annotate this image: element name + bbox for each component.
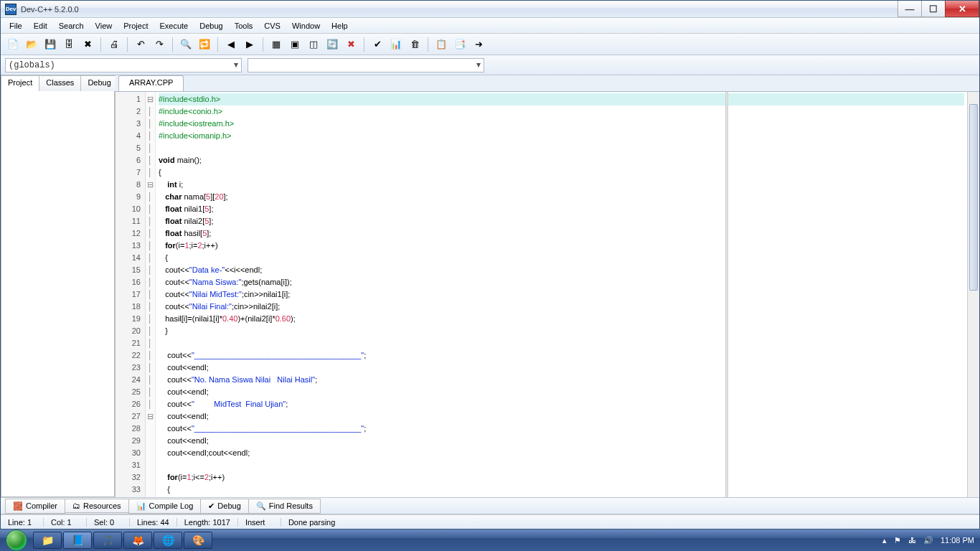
fold-marker[interactable]: │ bbox=[146, 325, 155, 337]
menu-window[interactable]: Window bbox=[286, 19, 326, 32]
code-line[interactable]: cout<<"Nilai Final:";cin>>nilai2[i]; bbox=[159, 301, 964, 313]
code-line[interactable]: for(i=1;i=2;i++) bbox=[159, 240, 964, 252]
code-line[interactable]: cout<<"No. Nama Siswa Nilai Nilai Hasil"… bbox=[159, 374, 964, 386]
save-all-icon[interactable]: 🗄 bbox=[61, 37, 77, 52]
code-line[interactable] bbox=[159, 459, 964, 471]
menu-help[interactable]: Help bbox=[326, 19, 354, 32]
code-line[interactable]: #include<stdio.h> bbox=[159, 93, 964, 105]
title-bar[interactable]: Dev Dev-C++ 5.2.0.0 — ☐ ✕ bbox=[1, 1, 979, 18]
code-line[interactable]: float hasil[5]; bbox=[159, 227, 964, 240]
fold-marker[interactable]: │ bbox=[146, 203, 155, 215]
code-line[interactable]: #include<iomanip.h> bbox=[159, 130, 964, 142]
fold-marker[interactable]: │ bbox=[146, 386, 155, 398]
fold-marker[interactable]: │ bbox=[146, 154, 155, 166]
code-line[interactable]: #include<conio.h> bbox=[159, 105, 964, 118]
bottom-tab-compiler[interactable]: 🧱Compiler bbox=[5, 499, 65, 514]
code-line[interactable]: float nilai2[5]; bbox=[159, 215, 964, 227]
fold-marker[interactable]: │ bbox=[146, 313, 155, 325]
code-line[interactable]: cout<<" MidTest Final Ujian"; bbox=[159, 398, 964, 410]
task-devcpp[interactable]: 📘 bbox=[63, 532, 92, 549]
redo-icon[interactable]: ↷ bbox=[151, 37, 167, 52]
fold-marker[interactable]: │ bbox=[146, 398, 155, 410]
fold-marker[interactable]: │ bbox=[146, 227, 155, 240]
code-line[interactable]: int i; bbox=[159, 179, 964, 191]
bottom-tab-compile-log[interactable]: 📊Compile Log bbox=[128, 499, 202, 514]
undo-icon[interactable]: ↶ bbox=[133, 37, 149, 52]
code-line[interactable]: { bbox=[159, 484, 964, 496]
code-line[interactable]: cout<<"_________________________________… bbox=[159, 349, 964, 362]
menu-project[interactable]: Project bbox=[118, 19, 154, 32]
close-file-icon[interactable]: ✖ bbox=[80, 37, 95, 52]
fold-marker[interactable]: ⊟ bbox=[146, 93, 155, 105]
bottom-tab-find-results[interactable]: 🔍Find Results bbox=[248, 499, 321, 514]
code-line[interactable]: #include<iostream.h> bbox=[159, 118, 964, 130]
fold-marker[interactable]: │ bbox=[146, 374, 155, 386]
maximize-button[interactable]: ☐ bbox=[921, 1, 946, 17]
system-tray[interactable]: ▴ ⚑ 🖧 🔊 11:08 PM bbox=[882, 536, 980, 545]
tray-clock[interactable]: 11:08 PM bbox=[941, 536, 974, 545]
bottom-tab-debug[interactable]: ✔Debug bbox=[200, 499, 248, 514]
fold-marker[interactable]: │ bbox=[146, 105, 155, 118]
new-file-icon[interactable]: 📄 bbox=[5, 37, 21, 52]
code-line[interactable]: float nilai1[5]; bbox=[159, 203, 964, 215]
code-line[interactable]: cout<<endl;cout<<endl; bbox=[159, 447, 964, 459]
member-combo[interactable] bbox=[248, 58, 484, 72]
start-button[interactable] bbox=[0, 529, 32, 551]
fold-marker[interactable]: │ bbox=[146, 362, 155, 374]
task-firefox[interactable]: 🦊 bbox=[123, 532, 152, 549]
open-file-icon[interactable]: 📂 bbox=[24, 37, 39, 52]
left-tab-project[interactable]: Project bbox=[1, 75, 39, 91]
task-chrome[interactable]: 🌐 bbox=[154, 532, 182, 549]
code-line[interactable]: hasil[i]=(nilai1[i]*0.40)+(nilai2[i]*0.6… bbox=[159, 313, 964, 325]
fold-marker[interactable]: │ bbox=[146, 142, 155, 154]
code-line[interactable] bbox=[159, 337, 964, 349]
left-tab-classes[interactable]: Classes bbox=[39, 75, 81, 91]
code-line[interactable]: void main(); bbox=[159, 154, 964, 166]
compile-icon[interactable]: ▦ bbox=[268, 37, 284, 52]
menu-search[interactable]: Search bbox=[53, 19, 90, 32]
task-explorer[interactable]: 📁 bbox=[33, 532, 62, 549]
project-tree[interactable] bbox=[1, 91, 115, 497]
tray-flag-icon[interactable]: ⚑ bbox=[894, 536, 901, 545]
code-line[interactable]: cout<<"Nama Siswa:";gets(nama[i]); bbox=[159, 276, 964, 288]
fold-column[interactable]: ⊟││││││⊟││││││││││││││││││⊟ bbox=[146, 92, 156, 497]
profile-icon[interactable]: 📊 bbox=[388, 37, 404, 52]
tray-arrow-icon[interactable]: ▴ bbox=[882, 536, 887, 545]
fold-marker[interactable]: │ bbox=[146, 118, 155, 130]
find-icon[interactable]: 🔍 bbox=[178, 37, 194, 52]
fold-marker[interactable]: │ bbox=[146, 337, 155, 349]
fold-marker[interactable]: │ bbox=[146, 288, 155, 301]
save-icon[interactable]: 💾 bbox=[42, 37, 58, 52]
code-line[interactable]: cout<<endl; bbox=[159, 410, 964, 423]
code-line[interactable]: char nama[5][20]; bbox=[159, 191, 964, 203]
rebuild-icon[interactable]: 🔄 bbox=[324, 37, 340, 52]
taskbar[interactable]: 📁 📘 🎵 🦊 🌐 🎨 ▴ ⚑ 🖧 🔊 11:08 PM bbox=[0, 529, 980, 551]
new-class-icon[interactable]: 📋 bbox=[433, 37, 449, 52]
task-paint[interactable]: 🎨 bbox=[184, 532, 212, 549]
menu-cvs[interactable]: CVS bbox=[258, 19, 286, 32]
code-line[interactable]: { bbox=[159, 252, 964, 264]
menu-execute[interactable]: Execute bbox=[154, 19, 194, 32]
code-line[interactable]: for(i=1;i<=2;i++) bbox=[159, 471, 964, 484]
open-header-icon[interactable]: 📑 bbox=[452, 37, 468, 52]
menu-debug[interactable]: Debug bbox=[194, 19, 228, 32]
bottom-tab-resources[interactable]: 🗂Resources bbox=[65, 499, 129, 513]
menu-file[interactable]: File bbox=[4, 19, 28, 32]
vertical-scrollbar[interactable] bbox=[967, 92, 979, 497]
fold-marker[interactable]: │ bbox=[146, 240, 155, 252]
close-button[interactable]: ✕ bbox=[945, 1, 979, 17]
fold-marker[interactable]: │ bbox=[146, 191, 155, 203]
replace-icon[interactable]: 🔁 bbox=[197, 37, 212, 52]
print-icon[interactable]: 🖨 bbox=[106, 37, 122, 52]
fold-marker[interactable]: │ bbox=[146, 301, 155, 313]
menu-tools[interactable]: Tools bbox=[229, 19, 259, 32]
scope-combo[interactable]: (globals) bbox=[5, 58, 242, 72]
code-line[interactable]: } bbox=[159, 325, 964, 337]
minimize-button[interactable]: — bbox=[897, 1, 922, 17]
code-editor[interactable]: #include<stdio.h>#include<conio.h>#inclu… bbox=[156, 92, 967, 497]
code-line[interactable]: cout<<endl; bbox=[159, 362, 964, 374]
menu-edit[interactable]: Edit bbox=[28, 19, 53, 32]
code-line[interactable]: { bbox=[159, 166, 964, 179]
fold-marker[interactable]: │ bbox=[146, 349, 155, 362]
goto-icon[interactable]: ➜ bbox=[471, 37, 486, 52]
